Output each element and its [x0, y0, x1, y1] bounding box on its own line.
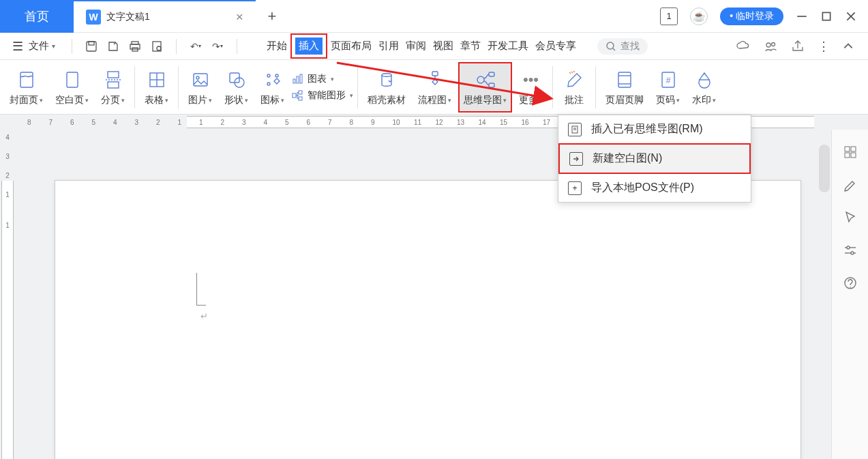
more-options-icon[interactable]: ⋮	[818, 39, 830, 54]
flowchart-icon	[423, 68, 447, 91]
hamburger-icon[interactable]: ☰	[12, 39, 23, 54]
comment-icon	[563, 68, 586, 91]
collaborate-icon[interactable]	[763, 39, 778, 54]
watermark-icon	[693, 68, 716, 91]
maximize-icon[interactable]	[820, 10, 833, 23]
tab-insert[interactable]: 插入	[295, 38, 323, 55]
more-button[interactable]: •••更多▾	[513, 62, 548, 113]
help-icon[interactable]	[843, 276, 858, 291]
svg-rect-16	[67, 72, 78, 87]
settings-slider-icon[interactable]	[843, 243, 858, 258]
share-icon[interactable]	[790, 39, 805, 54]
svg-line-12	[613, 48, 615, 50]
svg-rect-40	[489, 83, 494, 87]
import-local-pos[interactable]: +导入本地POS文件(P)	[558, 174, 751, 202]
tab-references[interactable]: 引用	[375, 37, 402, 55]
search-icon	[605, 41, 616, 52]
table-button[interactable]: 表格▾	[139, 62, 174, 113]
document-tab[interactable]: W 文字文稿1 ×	[74, 0, 256, 33]
tab-dev[interactable]: 开发工具	[484, 37, 532, 55]
doc-w-icon: W	[86, 10, 101, 25]
svg-rect-7	[130, 44, 140, 49]
insert-existing-mindmap[interactable]: 插入已有思维导图(RM)	[558, 115, 751, 143]
tab-member[interactable]: 会员专享	[532, 37, 580, 55]
svg-point-38	[477, 76, 484, 83]
cover-page-button[interactable]: 封面页▾	[4, 62, 48, 113]
close-window-icon[interactable]	[845, 10, 857, 23]
picture-icon	[189, 68, 212, 91]
svg-rect-31	[297, 76, 299, 83]
outline-icon[interactable]	[843, 145, 858, 160]
mindmap-button[interactable]: 思维导图▾	[458, 62, 512, 113]
svg-point-29	[267, 83, 270, 85]
page-break-icon	[102, 68, 125, 91]
cursor-indicator	[196, 273, 206, 306]
watermark-button[interactable]: 水印▾	[687, 62, 721, 113]
svg-rect-23	[194, 74, 207, 86]
save-as-icon[interactable]	[105, 38, 121, 55]
highlight-insert: 插入	[290, 33, 327, 59]
svg-text:#: #	[665, 76, 670, 85]
coffee-icon[interactable]: ☕	[690, 8, 708, 25]
print-icon[interactable]	[127, 38, 143, 55]
plus-icon: +	[568, 181, 582, 195]
doc-title: 文字文稿1	[106, 11, 150, 23]
new-tab-button[interactable]: +	[256, 8, 288, 25]
comment-button[interactable]: 批注	[557, 62, 591, 113]
icons-icon	[261, 68, 284, 91]
svg-rect-41	[618, 72, 631, 87]
page-indicator[interactable]: 1	[660, 8, 678, 25]
page-break-button[interactable]: 分页▾	[95, 62, 130, 113]
collapse-ribbon-icon[interactable]	[842, 40, 854, 53]
login-button[interactable]: • 临时登录	[720, 8, 783, 25]
file-menu[interactable]: 文件▾	[29, 40, 55, 53]
redo-icon[interactable]: ↷▾	[209, 38, 226, 55]
vertical-ruler[interactable]: 43211	[0, 130, 15, 459]
minimize-icon[interactable]	[796, 10, 808, 23]
svg-point-24	[196, 76, 199, 79]
icons-button[interactable]: 图标▾	[255, 62, 290, 113]
tab-view[interactable]: 视图	[430, 37, 457, 55]
docer-button[interactable]: 稻壳素材	[362, 62, 411, 113]
page-number-button[interactable]: #页码▾	[650, 62, 685, 113]
edit-icon[interactable]	[843, 177, 858, 192]
print-preview-icon[interactable]	[149, 38, 165, 55]
smartart-button[interactable]: 智能图形▾	[291, 89, 353, 102]
svg-rect-35	[299, 97, 302, 100]
tab-review[interactable]: 审阅	[402, 37, 430, 55]
header-footer-button[interactable]: 页眉页脚	[600, 62, 649, 113]
svg-rect-15	[20, 72, 33, 87]
shapes-button[interactable]: 形状▾	[219, 62, 254, 113]
vertical-scrollbar[interactable]	[819, 145, 830, 192]
svg-rect-50	[845, 147, 850, 151]
shapes-icon	[225, 68, 248, 91]
blank-page-button[interactable]: 空白页▾	[50, 62, 94, 113]
svg-point-57	[851, 252, 854, 254]
cloud-sync-icon[interactable]	[736, 39, 751, 54]
save-icon[interactable]	[83, 38, 100, 55]
svg-point-14	[772, 42, 775, 46]
select-icon[interactable]	[843, 210, 858, 225]
undo-icon[interactable]: ↶▾	[188, 38, 204, 55]
mindmap-dropdown: 插入已有思维导图(RM) 新建空白图(N) +导入本地POS文件(P)	[558, 115, 751, 203]
svg-rect-34	[299, 91, 302, 94]
picture-button[interactable]: 图片▾	[183, 62, 218, 113]
blank-page-icon	[61, 68, 84, 91]
new-blank-mindmap[interactable]: 新建空白图(N)	[558, 143, 751, 174]
home-tab[interactable]: 首页	[0, 0, 74, 33]
tab-chapter[interactable]: 章节	[457, 37, 484, 55]
flowchart-button[interactable]: 流程图▾	[413, 62, 457, 113]
close-tab-icon[interactable]: ×	[236, 10, 243, 25]
chart-button[interactable]: 图表▾	[291, 73, 353, 85]
tab-start[interactable]: 开始	[263, 37, 290, 55]
search-input[interactable]: 查找	[597, 38, 648, 55]
smartart-icon	[291, 89, 303, 102]
svg-rect-5	[89, 42, 94, 45]
enter-icon	[569, 152, 583, 166]
svg-point-10	[157, 46, 161, 50]
svg-rect-52	[845, 153, 850, 158]
document-page[interactable]	[55, 180, 801, 459]
svg-rect-39	[489, 72, 494, 76]
page-number-icon: #	[657, 68, 680, 91]
tab-page-layout[interactable]: 页面布局	[327, 37, 375, 55]
